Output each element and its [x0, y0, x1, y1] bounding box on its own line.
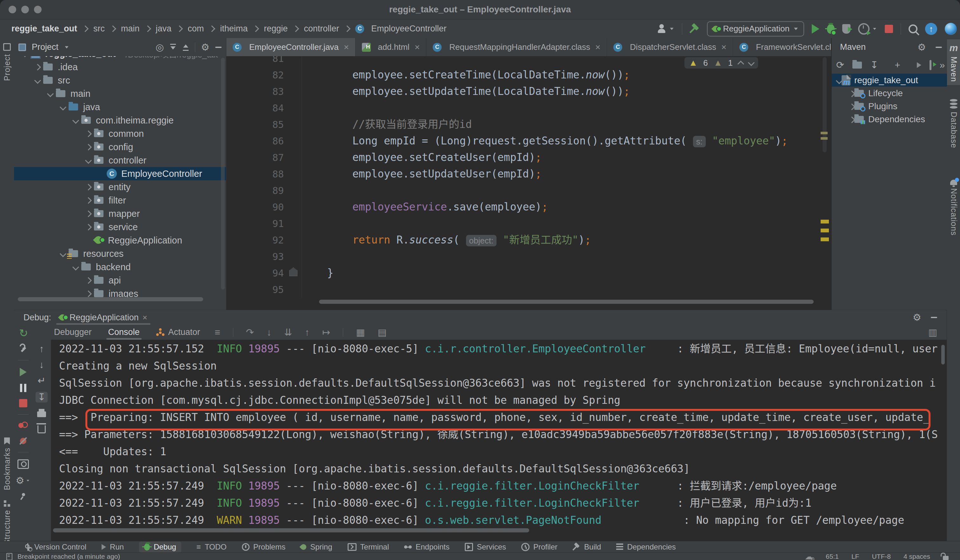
- breadcrumb-item[interactable]: main: [121, 24, 140, 34]
- chevron-right-icon[interactable]: [85, 224, 91, 230]
- pin-tab-icon[interactable]: [19, 492, 27, 500]
- debug-tab-console[interactable]: Console: [106, 325, 142, 340]
- update-available-icon[interactable]: ↑: [925, 23, 937, 35]
- code-line[interactable]: 87 employee.setCreateUser(empId);: [226, 149, 831, 166]
- tool-window-button-project[interactable]: Project: [0, 40, 14, 84]
- close-icon[interactable]: ×: [595, 42, 600, 53]
- print-icon[interactable]: [37, 411, 46, 417]
- code-line[interactable]: 94 }: [226, 265, 831, 281]
- chevron-right-icon[interactable]: [85, 184, 91, 190]
- tool-window-button-services[interactable]: Services: [465, 542, 506, 552]
- console-settings-icon[interactable]: ▥: [928, 328, 937, 337]
- chevron-down-icon[interactable]: [65, 46, 68, 48]
- horizontal-scrollbar[interactable]: [319, 300, 814, 304]
- breadcrumb-item[interactable]: reggie: [264, 24, 288, 34]
- breadcrumb-item[interactable]: itheima: [220, 24, 248, 34]
- unlock-icon[interactable]: [943, 556, 949, 560]
- download-sources-icon[interactable]: ↧: [870, 60, 878, 70]
- tree-item[interactable]: resources: [14, 247, 226, 260]
- tool-window-button-bookmarks[interactable]: Bookmarks: [0, 434, 14, 493]
- file-encoding[interactable]: UTF-8: [872, 553, 891, 560]
- hide-tool-window-icon[interactable]: [931, 317, 937, 318]
- tree-item[interactable]: ReggieApplication: [14, 234, 226, 247]
- console-output[interactable]: 2022-11-03 21:55:57.152 INFO 19895 --- […: [51, 340, 947, 541]
- chevron-down-icon[interactable]: [59, 104, 66, 110]
- tree-item[interactable]: api: [14, 274, 226, 287]
- vertical-scrollbar[interactable]: [221, 58, 225, 290]
- horizontal-scrollbar[interactable]: [18, 297, 203, 301]
- code-viewport[interactable]: 8182 employee.setCreateTime(LocalDateTim…: [226, 50, 831, 298]
- error-stripe-mark[interactable]: [821, 132, 827, 134]
- next-warning-icon[interactable]: [748, 59, 755, 66]
- gear-icon[interactable]: ⚙: [201, 43, 210, 52]
- chevron-right-icon[interactable]: [34, 64, 41, 70]
- up-stack-trace-icon[interactable]: ↑: [39, 344, 44, 354]
- close-icon[interactable]: ×: [344, 42, 349, 53]
- debug-button[interactable]: [827, 24, 835, 34]
- execute-maven-goal-icon[interactable]: [930, 60, 931, 70]
- code-line[interactable]: 84: [226, 100, 831, 116]
- breadcrumb-item[interactable]: com: [187, 24, 204, 34]
- breadcrumb-item[interactable]: controller: [304, 24, 339, 34]
- editor-tab[interactable]: Hadd.html×: [355, 38, 426, 56]
- tree-item[interactable]: mapper: [14, 207, 226, 220]
- project-panel-title[interactable]: Project: [32, 42, 58, 52]
- chevron-right-icon[interactable]: [85, 290, 91, 297]
- error-stripe-mark[interactable]: [821, 229, 829, 232]
- chevron-down-icon[interactable]: [59, 250, 66, 257]
- tree-item[interactable]: config: [14, 140, 226, 154]
- editor-area[interactable]: 8182 employee.setCreateTime(LocalDateTim…: [226, 38, 831, 310]
- indent-style[interactable]: 4 spaces: [904, 553, 930, 560]
- error-stripe-mark[interactable]: [821, 137, 827, 140]
- tree-item[interactable]: service: [14, 220, 226, 234]
- soft-wrap-icon[interactable]: ↵: [37, 376, 45, 386]
- debug-session-tab[interactable]: ReggieApplication ×: [56, 310, 150, 325]
- cloud-settings-icon[interactable]: ☁⚙: [805, 552, 813, 560]
- chevron-right-icon[interactable]: [85, 277, 91, 283]
- stop-icon[interactable]: [19, 399, 27, 407]
- down-stack-trace-icon[interactable]: ↓: [39, 360, 44, 370]
- debug-gear-button[interactable]: ⚙: [16, 476, 31, 485]
- code-line[interactable]: 95: [226, 281, 831, 298]
- run-configuration-select[interactable]: ReggieApplication: [707, 21, 804, 37]
- vertical-scrollbar[interactable]: [941, 345, 945, 365]
- run-with-coverage-button[interactable]: [842, 24, 850, 34]
- tool-window-button-notifications[interactable]: Notifications: [947, 176, 960, 239]
- horizontal-scrollbar[interactable]: [53, 528, 529, 533]
- resume-program-icon[interactable]: [20, 368, 27, 376]
- editor-tab[interactable]: CDispatcherServlet.class×: [607, 38, 733, 56]
- code-line[interactable]: 82 employee.setCreateTime(LocalDateTime.…: [226, 67, 831, 83]
- select-opened-file-icon[interactable]: ◎: [155, 43, 164, 52]
- debug-tab-actuator[interactable]: Actuator: [154, 325, 202, 340]
- add-maven-project-icon[interactable]: +: [894, 60, 900, 70]
- tree-item[interactable]: main: [14, 87, 226, 100]
- debug-settings-wrench-icon[interactable]: [19, 344, 27, 353]
- code-line[interactable]: 86 Long empId = (Long)request.getSession…: [226, 133, 831, 149]
- editor-tab[interactable]: CFrameworkServlet.class×: [733, 38, 831, 56]
- chevron-right-icon[interactable]: [85, 144, 91, 150]
- tree-item[interactable]: com.itheima.reggie: [14, 114, 226, 127]
- chevron-down-icon[interactable]: [46, 90, 53, 97]
- evaluate-expression-icon[interactable]: ▦: [356, 328, 365, 337]
- tree-item[interactable]: java: [14, 100, 226, 114]
- tree-item[interactable]: .idea: [14, 60, 226, 74]
- tool-window-button-database[interactable]: Database: [947, 96, 960, 152]
- tool-window-button-version-control[interactable]: Version Control: [25, 542, 86, 552]
- tool-window-button-structure[interactable]: Structure: [0, 497, 14, 548]
- editor-tab[interactable]: CRequestMappingHandlerAdapter.class×: [426, 38, 607, 56]
- pause-program-icon[interactable]: [20, 384, 26, 392]
- tree-item[interactable]: filter: [14, 194, 226, 207]
- tree-item[interactable]: backend: [14, 260, 226, 274]
- tool-window-button-terminal[interactable]: Terminal: [347, 542, 389, 552]
- code-line[interactable]: 90 employeeService.save(employee);: [226, 199, 831, 215]
- tree-item[interactable]: src: [14, 74, 226, 87]
- hide-tool-window-icon[interactable]: [936, 46, 942, 48]
- tool-window-button-maven[interactable]: m Maven: [947, 39, 960, 85]
- step-over-icon[interactable]: ↷: [246, 328, 254, 337]
- search-everywhere-icon[interactable]: [909, 24, 917, 34]
- reload-maven-projects-icon[interactable]: ⟳: [836, 60, 844, 70]
- code-with-me-icon[interactable]: [945, 23, 957, 35]
- expand-all-icon[interactable]: [170, 44, 176, 51]
- breadcrumb-item[interactable]: CEmployeeController: [355, 24, 446, 34]
- code-line[interactable]: 93: [226, 248, 831, 265]
